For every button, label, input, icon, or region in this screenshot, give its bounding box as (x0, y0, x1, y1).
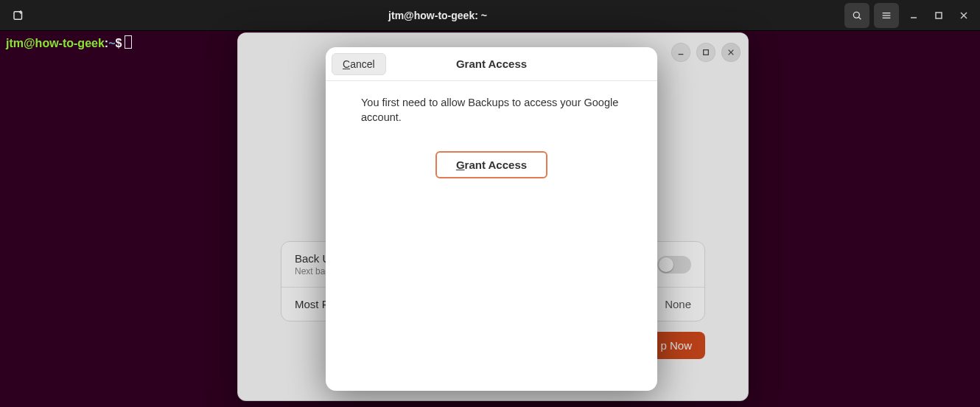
prompt-dollar: $ (116, 37, 122, 49)
cancel-button[interactable]: Cancel (332, 53, 386, 75)
hamburger-menu-button[interactable] (874, 3, 899, 28)
prompt-user-host: jtm@how-to-geek (6, 37, 105, 49)
grant-access-button[interactable]: Grant Access (435, 151, 547, 178)
grant-label-rest: rant Access (465, 159, 528, 171)
svg-line-4 (858, 17, 861, 19)
grant-access-dialog: Cancel Grant Access You first need to al… (326, 47, 657, 391)
cancel-label-rest: ancel (350, 58, 374, 70)
close-button[interactable] (953, 5, 974, 26)
svg-rect-9 (936, 13, 942, 18)
new-tab-button[interactable] (6, 3, 31, 28)
prompt-path: ~ (108, 37, 115, 49)
terminal-titlebar: jtm@how-to-geek: ~ (0, 0, 980, 31)
maximize-button[interactable] (928, 5, 949, 26)
cancel-mnemonic: C (343, 58, 350, 70)
search-button[interactable] (844, 3, 869, 28)
svg-point-3 (853, 12, 859, 18)
terminal-cursor (125, 35, 132, 49)
dialog-message: You first need to allow Backups to acces… (361, 96, 622, 125)
minimize-button[interactable] (903, 5, 924, 26)
terminal-title: jtm@how-to-geek: ~ (31, 10, 844, 21)
dialog-header: Cancel Grant Access (326, 47, 657, 81)
grant-mnemonic: G (456, 159, 465, 171)
